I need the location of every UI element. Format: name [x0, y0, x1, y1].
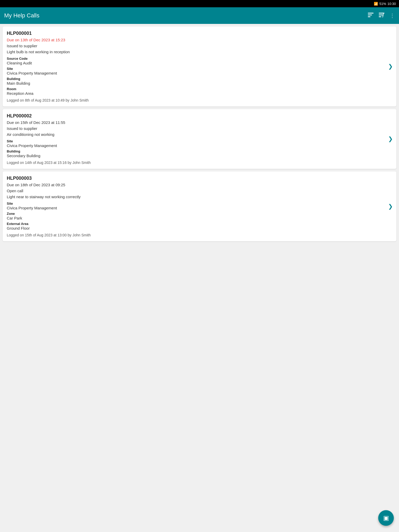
field-value: Civica Property Management [7, 143, 392, 148]
field-label: Building [7, 149, 392, 153]
field-value: Civica Property Management [7, 71, 392, 75]
field-value: Car Park [7, 216, 392, 220]
field-value: Civica Property Management [7, 206, 392, 210]
status-bar: 📶 51% 10:30 [0, 0, 399, 7]
filter-icon-1[interactable] [368, 13, 374, 19]
fab-icon: ▣ [383, 514, 389, 522]
field-label: Source Code [7, 57, 392, 61]
call-id: HLP000001 [7, 31, 392, 36]
field-value: Cleaning Audit [7, 61, 392, 65]
logged-info: Logged on 15th of Aug 2023 at 13:00 by J… [7, 233, 392, 237]
logged-info: Logged on 14th of Aug 2023 at 15:16 by J… [7, 161, 392, 165]
due-date: Due on 15th of Dec 2023 at 11:55 [7, 120, 392, 125]
chevron-right-icon: ❯ [388, 136, 393, 142]
page-title: My Help Calls [4, 12, 39, 19]
call-status: Issued to supplier [7, 44, 392, 48]
time-display: 10:30 [387, 2, 396, 6]
svg-rect-1 [368, 15, 372, 15]
cards-list: HLP000001 Due on 13th of Dec 2023 at 15:… [0, 24, 399, 244]
more-menu-icon[interactable]: ⋮ [390, 12, 395, 19]
field-label: External Area [7, 222, 392, 226]
field-label: Site [7, 139, 392, 143]
call-id: HLP000002 [7, 113, 392, 119]
svg-rect-4 [379, 15, 383, 15]
call-description: Air conditioning not working [7, 132, 392, 137]
svg-rect-5 [379, 16, 381, 17]
call-id: HLP000003 [7, 176, 392, 181]
chevron-right-icon: ❯ [388, 63, 393, 70]
help-call-card[interactable]: HLP000002 Due on 15th of Dec 2023 at 11:… [3, 109, 396, 169]
field-label: Room [7, 87, 392, 91]
chevron-right-icon: ❯ [388, 203, 393, 210]
field-value: Reception Area [7, 91, 392, 96]
fab-button[interactable]: ▣ [378, 510, 394, 526]
field-value: Main Building [7, 81, 392, 85]
battery-text: 51% [379, 2, 386, 6]
due-date: Due on 13th of Dec 2023 at 15:23 [7, 38, 392, 42]
svg-rect-2 [368, 16, 370, 17]
app-header: My Help Calls ⋮ [0, 7, 399, 24]
field-label: Building [7, 77, 392, 81]
call-status: Open call [7, 189, 392, 193]
call-description: Light bulb is not working in reception [7, 50, 392, 54]
field-value: Secondary Building [7, 154, 392, 158]
header-actions: ⋮ [368, 12, 395, 19]
help-call-card[interactable]: HLP000003 Due on 18th of Dec 2023 at 09:… [3, 171, 396, 241]
field-label: Site [7, 67, 392, 71]
logged-info: Logged on 8th of Aug 2023 at 10:49 by Jo… [7, 98, 392, 102]
status-icons: 📶 51% 10:30 [374, 2, 396, 6]
field-value: Ground Floor [7, 226, 392, 230]
call-description: Light near to stairway not working corre… [7, 195, 392, 199]
due-date: Due on 18th of Dec 2023 at 09:25 [7, 183, 392, 187]
svg-rect-0 [368, 13, 374, 14]
field-label: Zone [7, 212, 392, 216]
help-call-card[interactable]: HLP000001 Due on 13th of Dec 2023 at 15:… [3, 26, 396, 107]
call-status: Issued to supplier [7, 126, 392, 131]
wifi-icon: 📶 [374, 2, 378, 6]
sort-icon[interactable] [379, 13, 384, 19]
field-label: Site [7, 202, 392, 205]
